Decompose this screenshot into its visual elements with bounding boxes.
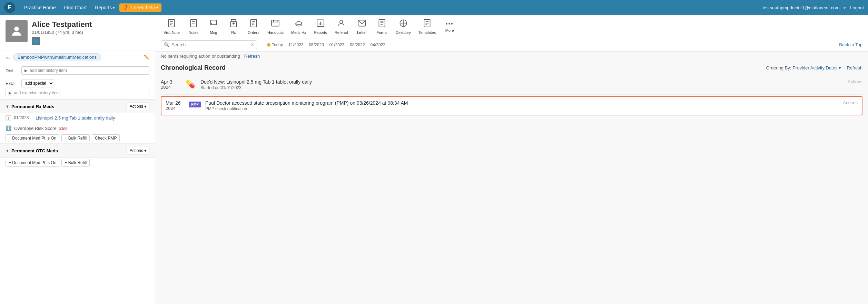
toolbar: Visit Note Notes Msg (155, 15, 868, 38)
record-item: Apr 3 2024 💊 Doc'd New: Lisinopril 2.5 m… (161, 75, 862, 95)
main-layout: Alice Testpatient 01/01/1950 (74 yrs, 3 … (0, 15, 868, 304)
today-dot (267, 43, 270, 47)
sidebar: Alice Testpatient 01/01/1950 (74 yrs, 3 … (0, 15, 155, 304)
document-med-button[interactable]: + Document Med Pt Is On (6, 134, 59, 142)
patient-dob: 01/01/1950 (74 yrs, 3 mo) (32, 30, 149, 35)
svg-rect-8 (231, 19, 236, 22)
status-refresh-button[interactable]: Refresh (244, 54, 260, 59)
rx-meds-actions-button[interactable]: Actions ▾ (127, 103, 149, 110)
reports-label: Reports (314, 30, 327, 35)
handouts-icon (271, 19, 280, 30)
back-to-top-button[interactable]: Back to Top (839, 42, 862, 47)
otc-meds-actions-button[interactable]: Actions ▾ (127, 147, 149, 154)
directory-tool[interactable]: Directory (393, 17, 414, 36)
pmp-record-item: Mar 26 2024 PMP Paul Doctor accessed sta… (161, 96, 862, 115)
record-actions-button[interactable]: Actions (848, 79, 862, 84)
rx-icon (229, 19, 238, 30)
more-tool[interactable]: ••• More (441, 19, 458, 34)
record-area: Apr 3 2024 💊 Doc'd New: Lisinopril 2.5 m… (155, 75, 868, 117)
permanent-otc-meds-header: ▼ Permanent OTC Meds Actions ▾ (0, 144, 155, 158)
letter-label: Letter (357, 30, 367, 35)
exercise-select[interactable]: add special (21, 79, 54, 87)
person-icon (10, 24, 23, 38)
permanent-rx-meds-header: ▼ Permanent Rx Meds Actions ▾ (0, 99, 155, 113)
otc-meds-actions-caret-icon: ▾ (144, 148, 146, 153)
diet-input[interactable]: ▶ add diet history item (21, 66, 149, 75)
nav-find-chart[interactable]: Find Chart (61, 3, 90, 12)
exercise-label: Exc: (6, 81, 19, 86)
search-icon: 🔍 (164, 42, 169, 47)
otc-document-med-button[interactable]: + Document Med Pt Is On (6, 159, 59, 167)
content-scroll: Chronological Record Ordering By: Provid… (155, 61, 868, 304)
pmp-icon-wrap: PMP (189, 100, 201, 107)
meds-hx-label: Meds Hx (291, 30, 306, 35)
timeline-bar: 🔍 ✕ Today 11/2023 06/2023 01/2023 08/202… (155, 38, 868, 51)
patient-info: Alice Testpatient 01/01/1950 (74 yrs, 3 … (32, 20, 149, 45)
help-question-icon: ❓ (123, 5, 129, 10)
today-label: Today (272, 42, 283, 47)
notes-icon (189, 19, 198, 30)
edit-icon[interactable]: ✏️ (144, 55, 149, 60)
svg-rect-16 (272, 20, 279, 26)
forms-tool[interactable]: Forms (373, 17, 391, 36)
svg-point-20 (296, 22, 302, 25)
reports-tool[interactable]: Reports (311, 17, 330, 36)
exercise-arrow-icon: ▶ (9, 91, 11, 95)
diet-placeholder: add diet history item (30, 68, 67, 73)
notes-tool[interactable]: Notes (185, 17, 203, 36)
referral-tool[interactable]: Referral (332, 17, 351, 36)
record-date-year: 2024 (161, 85, 180, 90)
bulk-refill-button[interactable]: + Bulk Refill (61, 134, 90, 142)
med-num: 1 (6, 115, 11, 121)
templates-label: Templates (418, 30, 436, 35)
ordering-by: Ordering By: Provider Activity Dates ▾ R… (766, 65, 862, 70)
meds-hx-tool[interactable]: Meds Hx (288, 17, 309, 36)
timeline-dates: Today 11/2023 06/2023 01/2023 08/2022 04… (260, 42, 836, 47)
orders-tool[interactable]: Orders (245, 17, 263, 36)
med-name[interactable]: Lisinopril 2.5 mg Tab 1 tablet orally da… (36, 115, 115, 121)
reports-caret-icon: ▾ (113, 6, 115, 10)
search-input[interactable] (171, 42, 249, 47)
templates-tool[interactable]: Templates (416, 17, 438, 36)
record-subtitle: Started on 01/01/2023 (200, 85, 844, 90)
otc-meds-collapse-icon[interactable]: ▼ (6, 149, 9, 153)
nav-practice-home[interactable]: Practice Home (21, 3, 59, 12)
ordering-by-value[interactable]: Provider Activity Dates (792, 65, 837, 70)
exercise-input[interactable]: ▶ add exercise history item (6, 89, 149, 97)
tag-row: 🏷 BambooPMPwithSmallNumMedications ✏️ (0, 50, 155, 64)
today-marker: Today (267, 42, 283, 47)
pmp-record-actions-button[interactable]: Actions (843, 100, 858, 105)
nav-help[interactable]: ❓ I need help ▾ (119, 3, 161, 12)
letter-tool[interactable]: Letter (353, 17, 371, 36)
forms-label: Forms (376, 30, 387, 35)
user-email: testsouthpmpdoctor1@elationemr.com (762, 5, 839, 10)
svg-point-25 (340, 20, 343, 23)
rx-tool[interactable]: Rx (225, 17, 243, 36)
chronological-record-title: Chronological Record (161, 64, 226, 72)
nav-links: Practice Home Find Chart Reports ▾ ❓ I n… (21, 3, 762, 12)
svg-point-0 (14, 27, 19, 31)
handouts-tool[interactable]: Handouts (265, 17, 286, 36)
patient-header: Alice Testpatient 01/01/1950 (74 yrs, 3 … (0, 15, 155, 50)
otc-bulk-refill-button[interactable]: + Bulk Refill (61, 159, 90, 167)
nav-reports[interactable]: Reports ▾ (91, 3, 118, 12)
overdose-risk-row: ℹ️ Overdose Risk Score 250 (0, 123, 155, 133)
visit-note-label: Visit Note (164, 30, 180, 35)
more-icon: ••• (446, 21, 454, 27)
check-pmp-button[interactable]: Check PMP (92, 134, 120, 142)
record-date-year-pmp: 2024 (166, 106, 185, 111)
logout-button[interactable]: Logout (850, 5, 864, 10)
diet-arrow-icon: ▶ (24, 68, 27, 73)
timeline-date-2: 06/2023 (309, 42, 324, 47)
otc-meds-title: Permanent OTC Meds (11, 148, 58, 153)
chron-refresh-button[interactable]: Refresh (847, 65, 862, 70)
ordering-by-label: Ordering By: (766, 65, 791, 70)
letter-icon (357, 19, 366, 30)
orders-icon (249, 19, 258, 30)
ordering-caret-icon: ▾ (839, 65, 841, 70)
search-clear-icon[interactable]: ✕ (250, 42, 254, 47)
rx-meds-collapse-icon[interactable]: ▼ (6, 104, 9, 108)
diet-label: Diet: (6, 68, 19, 73)
visit-note-tool[interactable]: Visit Note (161, 17, 183, 36)
msg-tool[interactable]: Msg (205, 17, 223, 36)
